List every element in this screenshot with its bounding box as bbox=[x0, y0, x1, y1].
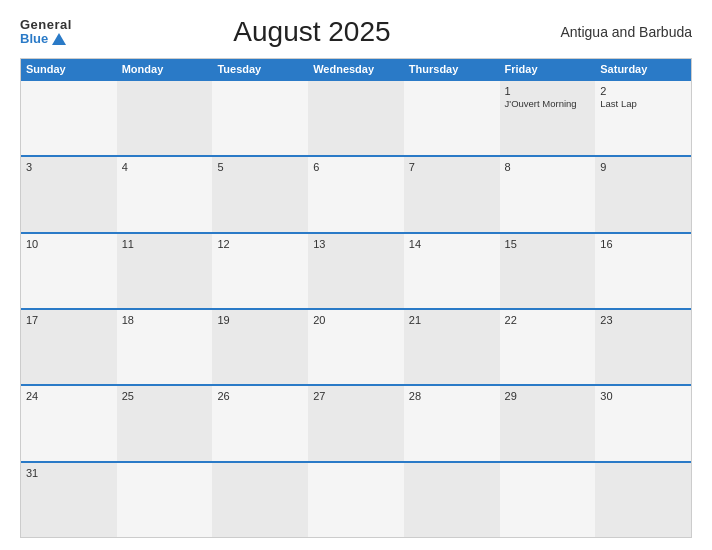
cell-date: 22 bbox=[505, 314, 591, 326]
calendar: SundayMondayTuesdayWednesdayThursdayFrid… bbox=[20, 58, 692, 538]
cell-date: 25 bbox=[122, 390, 208, 402]
cell-date: 9 bbox=[600, 161, 686, 173]
cal-cell: 27 bbox=[308, 386, 404, 460]
cell-date: 28 bbox=[409, 390, 495, 402]
cal-cell: 25 bbox=[117, 386, 213, 460]
cal-cell bbox=[500, 463, 596, 537]
cell-date: 1 bbox=[505, 85, 591, 97]
cal-cell: 17 bbox=[21, 310, 117, 384]
calendar-page: General Blue August 2025 Antigua and Bar… bbox=[0, 0, 712, 550]
week-row-3: 17181920212223 bbox=[21, 308, 691, 384]
cell-date: 23 bbox=[600, 314, 686, 326]
cal-cell: 26 bbox=[212, 386, 308, 460]
week-row-4: 24252627282930 bbox=[21, 384, 691, 460]
day-header-friday: Friday bbox=[500, 59, 596, 79]
cal-cell: 30 bbox=[595, 386, 691, 460]
logo-triangle-icon bbox=[52, 33, 66, 45]
cal-cell: 8 bbox=[500, 157, 596, 231]
cell-date: 14 bbox=[409, 238, 495, 250]
cal-cell: 19 bbox=[212, 310, 308, 384]
cell-date: 12 bbox=[217, 238, 303, 250]
day-header-saturday: Saturday bbox=[595, 59, 691, 79]
cell-date: 13 bbox=[313, 238, 399, 250]
day-header-wednesday: Wednesday bbox=[308, 59, 404, 79]
cal-cell: 20 bbox=[308, 310, 404, 384]
logo-blue: Blue bbox=[20, 32, 72, 46]
cell-date: 5 bbox=[217, 161, 303, 173]
cal-cell bbox=[404, 463, 500, 537]
page-header: General Blue August 2025 Antigua and Bar… bbox=[20, 16, 692, 48]
cal-cell: 2Last Lap bbox=[595, 81, 691, 155]
cell-date: 27 bbox=[313, 390, 399, 402]
day-header-tuesday: Tuesday bbox=[212, 59, 308, 79]
cal-cell: 29 bbox=[500, 386, 596, 460]
cal-cell bbox=[21, 81, 117, 155]
cal-cell: 5 bbox=[212, 157, 308, 231]
cal-cell bbox=[212, 81, 308, 155]
logo: General Blue bbox=[20, 18, 72, 47]
cal-cell: 1J'Ouvert Morning bbox=[500, 81, 596, 155]
week-row-5: 31 bbox=[21, 461, 691, 537]
cell-date: 18 bbox=[122, 314, 208, 326]
country-label: Antigua and Barbuda bbox=[552, 24, 692, 40]
cell-date: 24 bbox=[26, 390, 112, 402]
cal-cell: 11 bbox=[117, 234, 213, 308]
cal-cell: 9 bbox=[595, 157, 691, 231]
cal-cell: 16 bbox=[595, 234, 691, 308]
day-header-sunday: Sunday bbox=[21, 59, 117, 79]
cal-cell bbox=[308, 81, 404, 155]
cell-date: 21 bbox=[409, 314, 495, 326]
logo-general: General bbox=[20, 18, 72, 32]
cell-date: 6 bbox=[313, 161, 399, 173]
cell-date: 19 bbox=[217, 314, 303, 326]
cell-date: 3 bbox=[26, 161, 112, 173]
cal-cell bbox=[404, 81, 500, 155]
week-row-0: 1J'Ouvert Morning2Last Lap bbox=[21, 79, 691, 155]
cell-event: Last Lap bbox=[600, 98, 686, 109]
day-header-thursday: Thursday bbox=[404, 59, 500, 79]
cal-cell: 22 bbox=[500, 310, 596, 384]
cal-cell: 10 bbox=[21, 234, 117, 308]
logo-blue-text: Blue bbox=[20, 32, 48, 46]
cal-cell: 15 bbox=[500, 234, 596, 308]
cal-cell: 31 bbox=[21, 463, 117, 537]
cell-date: 17 bbox=[26, 314, 112, 326]
cell-date: 2 bbox=[600, 85, 686, 97]
week-row-1: 3456789 bbox=[21, 155, 691, 231]
cell-date: 20 bbox=[313, 314, 399, 326]
cal-cell: 21 bbox=[404, 310, 500, 384]
cell-date: 11 bbox=[122, 238, 208, 250]
cal-cell: 4 bbox=[117, 157, 213, 231]
cell-date: 4 bbox=[122, 161, 208, 173]
cal-cell bbox=[212, 463, 308, 537]
page-title: August 2025 bbox=[72, 16, 552, 48]
cal-cell: 3 bbox=[21, 157, 117, 231]
cal-cell: 6 bbox=[308, 157, 404, 231]
cal-cell: 24 bbox=[21, 386, 117, 460]
cell-date: 30 bbox=[600, 390, 686, 402]
cell-date: 7 bbox=[409, 161, 495, 173]
cal-cell bbox=[595, 463, 691, 537]
day-header-monday: Monday bbox=[117, 59, 213, 79]
cal-cell: 14 bbox=[404, 234, 500, 308]
cell-date: 26 bbox=[217, 390, 303, 402]
cell-date: 10 bbox=[26, 238, 112, 250]
cell-event: J'Ouvert Morning bbox=[505, 98, 591, 109]
cal-cell: 18 bbox=[117, 310, 213, 384]
cal-cell: 23 bbox=[595, 310, 691, 384]
calendar-header: SundayMondayTuesdayWednesdayThursdayFrid… bbox=[21, 59, 691, 79]
cal-cell bbox=[117, 463, 213, 537]
cal-cell: 7 bbox=[404, 157, 500, 231]
cell-date: 31 bbox=[26, 467, 112, 479]
cal-cell: 13 bbox=[308, 234, 404, 308]
week-row-2: 10111213141516 bbox=[21, 232, 691, 308]
cell-date: 16 bbox=[600, 238, 686, 250]
cell-date: 15 bbox=[505, 238, 591, 250]
cell-date: 29 bbox=[505, 390, 591, 402]
cal-cell: 28 bbox=[404, 386, 500, 460]
cell-date: 8 bbox=[505, 161, 591, 173]
cal-cell bbox=[117, 81, 213, 155]
cal-cell: 12 bbox=[212, 234, 308, 308]
cal-cell bbox=[308, 463, 404, 537]
calendar-body: 1J'Ouvert Morning2Last Lap34567891011121… bbox=[21, 79, 691, 537]
